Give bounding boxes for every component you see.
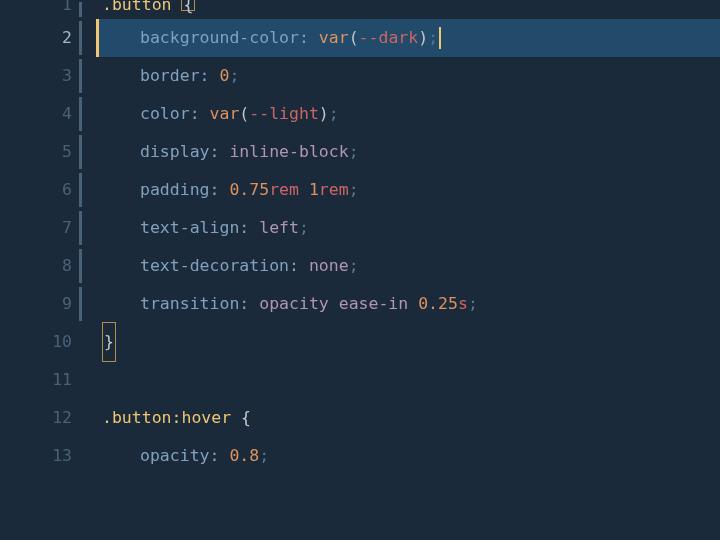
token-variable: --dark [359,28,419,47]
brace-open-icon: { [181,0,195,11]
token-unit: s [458,294,468,313]
token-function: var [210,104,240,123]
token-semicolon: ; [259,446,269,465]
token-number: 0.8 [229,446,259,465]
token-number: 0 [219,66,229,85]
token-unit: rem [269,180,299,199]
code-editor[interactable]: 1 2 3 4 5 6 7 8 9 10 11 12 13 .button { … [0,0,720,540]
token-paren: ) [319,104,329,123]
token-paren: ) [418,28,428,47]
code-line[interactable]: display: inline-block; [96,133,720,171]
line-number: 2 [62,28,72,47]
token-identifier: opacity [259,294,329,313]
code-line[interactable]: } [96,323,720,361]
line-number: 10 [52,332,72,351]
token-number: 1 [309,180,319,199]
code-line[interactable] [96,361,720,399]
token-selector: .button [102,0,172,14]
code-line[interactable]: color: var(--light); [96,95,720,133]
token-paren: ( [349,28,359,47]
brace-close-icon: } [102,322,116,362]
token-colon: : [289,256,299,275]
token-semicolon: ; [229,66,239,85]
line-number: 5 [62,142,72,161]
token-colon: : [210,180,220,199]
token-semicolon: ; [329,104,339,123]
code-area[interactable]: .button { background-color: var(--dark);… [96,0,720,540]
token-property: color [140,104,190,123]
token-colon: : [210,446,220,465]
code-line[interactable]: transition: opacity ease-in 0.25s; [96,285,720,323]
token-semicolon: ; [349,180,359,199]
token-value: ease-in [339,294,409,313]
line-number: 1 [62,0,72,14]
code-line[interactable]: text-align: left; [96,209,720,247]
code-line-active[interactable]: background-color: var(--dark); [96,19,720,57]
line-number: 11 [52,370,72,389]
line-number: 12 [52,408,72,427]
token-semicolon: ; [428,28,438,47]
token-property: text-align [140,218,239,237]
token-pseudo: :hover [172,408,232,427]
brace-open-icon: { [241,408,251,427]
line-number: 7 [62,218,72,237]
token-variable: --light [249,104,319,123]
token-function: var [319,28,349,47]
code-line[interactable]: text-decoration: none; [96,247,720,285]
token-property: border [140,66,200,85]
code-line[interactable]: .button { [96,0,720,19]
token-semicolon: ; [349,142,359,161]
token-unit: rem [319,180,349,199]
token-property: display [140,142,210,161]
token-number: 0.75 [229,180,269,199]
token-colon: : [299,28,309,47]
token-colon: : [239,218,249,237]
token-colon: : [239,294,249,313]
line-number-gutter: 1 2 3 4 5 6 7 8 9 10 11 12 13 [0,0,96,540]
token-property: transition [140,294,239,313]
code-line[interactable]: padding: 0.75rem 1rem; [96,171,720,209]
line-number: 13 [52,446,72,465]
token-semicolon: ; [468,294,478,313]
line-number: 3 [62,66,72,85]
code-line[interactable]: .button:hover { [96,399,720,437]
token-colon: : [210,142,220,161]
token-paren: ( [239,104,249,123]
token-value: left [259,218,299,237]
text-cursor-icon [439,27,441,49]
token-number: 0.25 [418,294,458,313]
token-colon: : [200,66,210,85]
code-line[interactable]: border: 0; [96,57,720,95]
token-value: inline-block [229,142,348,161]
line-number: 4 [62,104,72,123]
line-number: 6 [62,180,72,199]
token-property: background-color [140,28,299,47]
token-colon: : [190,104,200,123]
token-property: opacity [140,446,210,465]
token-semicolon: ; [349,256,359,275]
token-selector: .button [102,408,172,427]
line-number: 9 [62,294,72,313]
token-semicolon: ; [299,218,309,237]
line-number: 8 [62,256,72,275]
token-value: none [309,256,349,275]
token-property: text-decoration [140,256,289,275]
code-line[interactable]: opacity: 0.8; [96,437,720,475]
token-property: padding [140,180,210,199]
